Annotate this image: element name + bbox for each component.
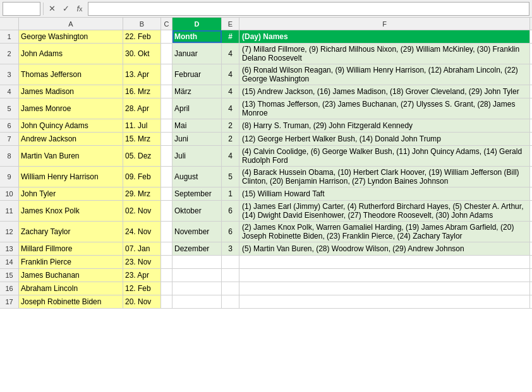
cell-names[interactable]: (15) Andrew Jackson, (16) James Madison,… (239, 85, 530, 98)
cell-date[interactable]: 05. Dez (123, 146, 161, 166)
cell-date[interactable]: 07. Jan (123, 242, 161, 255)
cell-c[interactable] (161, 256, 172, 268)
cell-names[interactable]: (5) Martin Van Buren, (28) Woodrow Wilso… (239, 242, 530, 255)
cell-count[interactable]: 4 (222, 146, 239, 166)
cell-count[interactable]: 4 (222, 85, 239, 98)
cell-count[interactable] (222, 256, 239, 268)
cell-month[interactable] (172, 269, 222, 282)
confirm-icon[interactable]: ✓ (60, 3, 71, 15)
cell-c[interactable] (161, 146, 172, 166)
cell-c[interactable] (161, 133, 172, 145)
cell-name[interactable]: John Tyler (19, 187, 123, 200)
cell-c[interactable] (161, 30, 172, 43)
cell-date[interactable]: 22. Feb (123, 30, 161, 43)
col-header-f[interactable]: F (239, 18, 530, 30)
cell-c[interactable] (161, 85, 172, 98)
cell-name[interactable]: Joseph Robinette Biden (19, 295, 123, 308)
cell-name[interactable]: Andrew Jackson (19, 133, 123, 145)
cell-date[interactable]: 16. Mrz (123, 85, 161, 98)
cell-month[interactable]: Mai (172, 119, 222, 132)
cell-names[interactable] (239, 295, 530, 308)
cell-names[interactable]: (8) Harry S. Truman, (29) John Fitzgeral… (239, 119, 530, 132)
cell-date[interactable]: 20. Nov (123, 295, 161, 308)
cell-names[interactable]: (4) Calvin Coolidge, (6) George Walker B… (239, 146, 530, 166)
cell-count[interactable]: 4 (222, 44, 239, 64)
col-header-d[interactable]: D (172, 18, 222, 30)
cell-name[interactable]: Abraham Lincoln (19, 282, 123, 295)
cell-names[interactable] (239, 282, 530, 295)
cell-date[interactable]: 24. Nov (123, 222, 161, 242)
cell-name[interactable]: Martin Van Buren (19, 146, 123, 166)
cell-month[interactable]: März (172, 85, 222, 98)
cell-month[interactable]: Oktober (172, 201, 222, 221)
cell-c[interactable] (161, 242, 172, 255)
cell-month[interactable]: Juni (172, 133, 222, 145)
cell-names[interactable] (239, 269, 530, 282)
cell-date[interactable]: 29. Mrz (123, 187, 161, 200)
cell-reference-box[interactable] (3, 2, 40, 16)
cell-c[interactable] (161, 187, 172, 200)
cell-name[interactable]: John Quincy Adams (19, 119, 123, 132)
cell-month[interactable] (172, 282, 222, 295)
cell-month[interactable] (172, 295, 222, 308)
cell-names[interactable]: (7) Millard Fillmore, (9) Richard Milhou… (239, 44, 530, 64)
cell-month[interactable]: Januar (172, 44, 222, 64)
cell-month[interactable]: Juli (172, 146, 222, 166)
cell-date[interactable]: 02. Nov (123, 201, 161, 221)
cancel-icon[interactable]: ✕ (46, 3, 57, 15)
cell-c[interactable] (161, 222, 172, 242)
cell-names[interactable]: (1) James Earl (Jimmy) Carter, (4) Ruthe… (239, 201, 530, 221)
cell-names[interactable]: (2) James Knox Polk, Warren Gamaliel Har… (239, 222, 530, 242)
cell-name[interactable]: James Madison (19, 85, 123, 98)
cell-count[interactable] (222, 269, 239, 282)
cell-name[interactable]: George Washington (19, 30, 123, 43)
cell-month[interactable] (172, 256, 222, 268)
cell-c[interactable] (161, 98, 172, 119)
cell-count[interactable]: 1 (222, 187, 239, 200)
cell-date[interactable]: 09. Feb (123, 167, 161, 187)
cell-name[interactable]: James Monroe (19, 98, 123, 119)
cell-c[interactable] (161, 282, 172, 295)
cell-month[interactable]: Month (172, 30, 222, 43)
cell-name[interactable]: Zachary Taylor (19, 222, 123, 242)
cell-count[interactable]: 4 (222, 98, 239, 119)
cell-month[interactable]: Februar (172, 64, 222, 85)
col-header-c[interactable]: C (161, 18, 172, 30)
cell-names[interactable]: (15) William Howard Taft (239, 187, 530, 200)
cell-count[interactable]: 6 (222, 222, 239, 242)
cell-names[interactable]: (13) Thomas Jefferson, (23) James Buchan… (239, 98, 530, 119)
cell-c[interactable] (161, 44, 172, 64)
cell-count[interactable] (222, 282, 239, 295)
cell-count[interactable]: 2 (222, 133, 239, 145)
cell-date[interactable]: 12. Feb (123, 282, 161, 295)
cell-names[interactable]: (Day) Names (239, 30, 530, 43)
cell-names[interactable]: (6) Ronald Wilson Reagan, (9) William He… (239, 64, 530, 85)
cell-month[interactable]: September (172, 187, 222, 200)
cell-count[interactable]: 3 (222, 242, 239, 255)
cell-c[interactable] (161, 269, 172, 282)
cell-c[interactable] (161, 64, 172, 85)
cell-date[interactable]: 15. Mrz (123, 133, 161, 145)
col-header-a[interactable]: A (19, 18, 123, 30)
cell-name[interactable]: John Adams (19, 44, 123, 64)
cell-month[interactable]: November (172, 222, 222, 242)
cell-name[interactable]: Millard Fillmore (19, 242, 123, 255)
cell-name[interactable]: William Henry Harrison (19, 167, 123, 187)
cell-count[interactable]: 6 (222, 201, 239, 221)
cell-c[interactable] (161, 167, 172, 187)
cell-names[interactable] (239, 256, 530, 268)
function-icon[interactable]: fx (74, 3, 85, 15)
col-header-b[interactable]: B (123, 18, 161, 30)
cell-month[interactable]: April (172, 98, 222, 119)
cell-name[interactable]: James Buchanan (19, 269, 123, 282)
cell-name[interactable]: James Knox Polk (19, 201, 123, 221)
cell-name[interactable]: Thomas Jefferson (19, 64, 123, 85)
col-header-e[interactable]: E (222, 18, 239, 30)
cell-month[interactable]: Dezember (172, 242, 222, 255)
cell-count[interactable]: # (222, 30, 239, 43)
cell-month[interactable]: August (172, 167, 222, 187)
cell-count[interactable] (222, 295, 239, 308)
cell-count[interactable]: 5 (222, 167, 239, 187)
cell-date[interactable]: 23. Nov (123, 256, 161, 268)
cell-count[interactable]: 2 (222, 119, 239, 132)
